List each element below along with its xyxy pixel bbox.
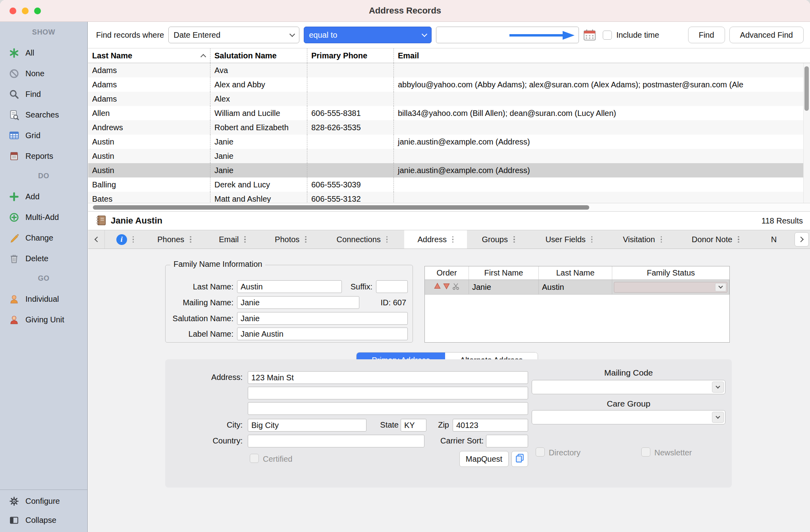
sidebar-item-none[interactable]: None [0,63,87,84]
salutation-name-field[interactable] [237,312,408,325]
sidebar-item-multi-add[interactable]: Multi-Add [0,207,87,227]
column-header-last-name[interactable]: Last Name [88,48,210,63]
horizontal-scrollbar-thumb[interactable] [93,205,589,210]
zip-field[interactable] [453,419,528,432]
sidebar-item-delete[interactable]: Delete [0,248,87,269]
copy-address-button[interactable] [511,451,528,467]
zip-label: Zip [419,420,449,430]
label-name-field[interactable] [237,328,408,340]
directory-label: Directory [549,448,580,457]
tab-visitation[interactable]: Visitation [608,230,677,249]
tab-donor-note[interactable]: Donor Note [677,230,754,249]
move-up-icon[interactable] [434,282,441,292]
mailing-name-label: Mailing Name: [166,298,237,307]
scissors-icon[interactable] [452,282,460,292]
table-row[interactable]: BallingDerek and Lucy606-555-3039 [88,177,810,192]
address-line1-field[interactable] [248,371,528,384]
find-value-input[interactable] [436,27,579,43]
advanced-find-button[interactable]: Advanced Find [729,27,804,43]
sidebar-item-searches[interactable]: Searches [0,104,87,125]
tab-groups[interactable]: Groups [467,230,530,249]
record-id: ID: 607 [381,298,408,307]
last-name-field[interactable] [237,280,342,293]
tabs-scroll-left-button[interactable] [88,230,105,249]
tab-phones[interactable]: Phones [145,230,203,249]
find-operator-dropdown[interactable]: equal to [304,27,432,43]
tab-drag-handle[interactable] [738,236,739,243]
directory-checkbox[interactable] [536,447,545,457]
mailing-name-field[interactable] [237,296,359,309]
family-status-dropdown[interactable] [614,282,727,293]
sidebar-item-giving-unit[interactable]: Giving Unit [0,309,87,330]
find-button[interactable]: Find [688,27,725,43]
vertical-scrollbar-track[interactable] [803,63,810,203]
column-header-salutation-name[interactable]: Salutation Name [210,48,307,63]
member-row[interactable]: Janie Austin [425,280,729,295]
move-down-icon[interactable] [443,282,450,292]
members-column-family-status: Family Status [612,266,729,279]
sidebar-item-configure[interactable]: Configure [0,492,87,511]
carrier-sort-field[interactable] [486,435,528,447]
tab-drag-handle[interactable] [513,236,515,243]
tab-info[interactable]: i [105,230,145,249]
tab-user-fields[interactable]: User Fields [530,230,608,249]
sidebar-item-all[interactable]: All [0,42,87,63]
vertical-scrollbar-thumb[interactable] [804,66,809,111]
table-row-selected[interactable]: AustinJaniejanie.austin@example.com (Add… [88,163,810,177]
close-window-button[interactable] [10,8,16,14]
sidebar-item-collapse[interactable]: Collapse [0,511,87,530]
address-line3-field[interactable] [248,402,528,415]
sidebar-item-reports[interactable]: Reports [0,146,87,166]
sidebar-item-add[interactable]: Add [0,186,87,207]
column-header-primary-phone[interactable]: Primary Phone [307,48,394,63]
include-time-checkbox[interactable] [603,31,612,40]
tab-drag-handle[interactable] [190,236,191,243]
table-row[interactable]: AustinJanie [88,149,810,163]
minimize-window-button[interactable] [22,8,29,14]
sidebar-item-individual[interactable]: Individual [0,289,87,309]
table-row[interactable]: AdamsAlex [88,92,810,106]
tab-drag-handle[interactable] [661,236,662,243]
newsletter-label: Newsletter [654,448,692,457]
horizontal-scrollbar-track[interactable] [88,203,810,212]
tab-drag-handle[interactable] [386,236,388,243]
sidebar-item-find[interactable]: Find [0,84,87,104]
tab-drag-handle[interactable] [244,236,246,243]
tab-connections[interactable]: Connections [320,230,404,249]
tab-drag-handle[interactable] [452,236,454,243]
sidebar-item-grid[interactable]: Grid [0,125,87,146]
table-row[interactable]: AllenWilliam and Lucille606-555-8381bill… [88,106,810,120]
tabs-scroll-right-button[interactable] [793,230,810,249]
calendar-icon[interactable] [583,29,596,41]
table-row[interactable]: AdamsAva [88,63,810,77]
find-field-dropdown[interactable]: Date Entered [168,27,299,43]
sidebar-item-change[interactable]: Change [0,227,87,248]
suffix-field[interactable] [376,280,408,293]
tab-next-partial[interactable]: N [754,230,793,249]
address-line2-field[interactable] [248,387,528,399]
zoom-window-button[interactable] [34,8,41,14]
mailing-code-dropdown[interactable] [532,380,725,394]
tab-drag-handle[interactable] [133,236,134,243]
certified-checkbox[interactable] [250,454,259,463]
tab-photos[interactable]: Photos [261,230,320,249]
table-row[interactable]: BatesMatt and Ashley606-555-3132 [88,192,810,203]
person-red-icon [9,314,19,325]
mapquest-button[interactable]: MapQuest [459,451,509,467]
city-field[interactable] [248,419,366,432]
sidebar-item-label: Find [25,90,41,99]
care-group-dropdown[interactable] [532,410,725,424]
country-field[interactable] [248,435,424,447]
tab-drag-handle[interactable] [305,236,307,243]
table-row[interactable]: AdamsAlex and Abbyabbylou@yahoo.com (Abb… [88,77,810,92]
tab-email[interactable]: Email [203,230,261,249]
report-icon [9,151,19,162]
newsletter-checkbox[interactable] [641,447,650,457]
column-header-email[interactable]: Email [394,48,810,63]
find-field-value: Date Entered [174,31,220,40]
tab-drag-handle[interactable] [591,236,593,243]
table-row[interactable]: AustinJaniejanie.austin@example.com (Add… [88,135,810,149]
table-row[interactable]: AndrewsRobert and Elizabeth828-626-3535 [88,120,810,135]
tab-address[interactable]: Address [404,230,467,249]
chevron-down-icon [289,31,295,37]
